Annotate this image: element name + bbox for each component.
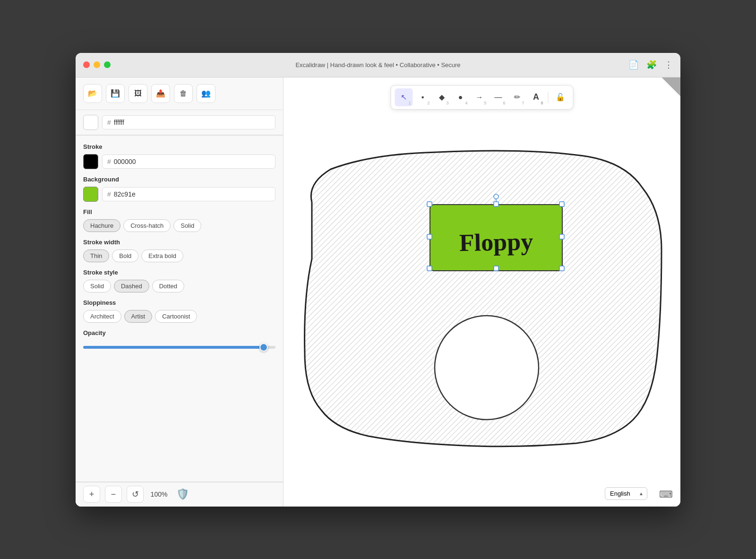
background-section: Background #	[83, 176, 275, 202]
opacity-slider-container	[83, 340, 275, 353]
rectangle-tool-btn[interactable]: ▪2	[414, 88, 432, 106]
window-title: Excalidraw | Hand-drawn look & feel • Co…	[295, 61, 460, 69]
handle-bl[interactable]	[427, 266, 432, 271]
floppy-hole	[435, 316, 539, 420]
fill-hachure-btn[interactable]: Hachure	[83, 219, 120, 232]
language-selector-wrapper: English Español Français ▲	[605, 487, 647, 500]
fill-solid-btn[interactable]: Solid	[173, 219, 201, 232]
background-swatch[interactable]	[83, 187, 98, 202]
menu-icon[interactable]: ⋮	[664, 60, 673, 70]
stroke-width-section: Stroke width Thin Bold Extra bold	[83, 239, 275, 262]
collab-button[interactable]: 👥	[197, 84, 215, 103]
stroke-width-options: Thin Bold Extra bold	[83, 249, 275, 262]
stroke-row: #	[83, 154, 275, 169]
lock-tool-btn[interactable]: 🔓	[551, 88, 569, 106]
properties-panel: Stroke # Background #	[76, 136, 283, 360]
bg-input-wrapper: #	[102, 187, 275, 201]
stroke-hex-input[interactable]	[114, 158, 270, 165]
traffic-lights	[83, 61, 111, 68]
canvas-svg: Floppy	[284, 77, 680, 507]
sloppiness-label: Sloppiness	[83, 299, 275, 306]
handle-tr[interactable]	[559, 202, 564, 206]
diamond-tool-btn[interactable]: ◆3	[433, 88, 451, 106]
stroke-swatch[interactable]	[83, 154, 98, 169]
app-window: Excalidraw | Hand-drawn look & feel • Co…	[76, 53, 680, 507]
handle-br[interactable]	[559, 266, 564, 271]
sloppiness-section: Sloppiness Architect Artist Cartoonist	[83, 299, 275, 323]
sloppiness-artist-btn[interactable]: Artist	[124, 310, 153, 323]
shield-icon: 🛡️	[176, 488, 189, 500]
fill-options: Hachure Cross-hatch Solid	[83, 219, 275, 232]
titlebar: Excalidraw | Hand-drawn look & feel • Co…	[76, 53, 680, 77]
white-color-swatch[interactable]	[83, 115, 98, 130]
stroke-dashed-btn[interactable]: Dashed	[114, 280, 149, 292]
ellipse-tool-btn[interactable]: ●4	[452, 88, 470, 106]
stroke-hash: #	[107, 158, 111, 165]
new-file-icon[interactable]: 📄	[628, 60, 639, 70]
hash-sign: #	[107, 119, 111, 126]
background-hex-input[interactable]	[114, 190, 270, 198]
fill-label: Fill	[83, 208, 275, 215]
stroke-extrabold-btn[interactable]: Extra bold	[141, 249, 183, 262]
color-input-wrapper: #	[102, 115, 275, 129]
floppy-disk-group: Floppy	[305, 151, 662, 447]
export-button[interactable]: 🖼	[129, 84, 147, 103]
stroke-input-wrapper: #	[102, 155, 275, 169]
sloppiness-architect-btn[interactable]: Architect	[83, 310, 121, 323]
opacity-section: Opacity	[83, 329, 275, 353]
extensions-icon[interactable]: 🧩	[646, 60, 657, 70]
stroke-style-label: Stroke style	[83, 269, 275, 276]
stroke-bold-btn[interactable]: Bold	[112, 249, 138, 262]
rotate-handle[interactable]	[494, 194, 498, 199]
handle-bm[interactable]	[494, 266, 498, 271]
arrow-tool-btn[interactable]: →5	[471, 88, 489, 106]
fill-crosshatch-btn[interactable]: Cross-hatch	[123, 219, 171, 232]
sloppiness-options: Architect Artist Cartoonist	[83, 310, 275, 323]
pencil-tool-btn[interactable]: ✏7	[508, 88, 526, 106]
color-hex-input[interactable]	[114, 119, 270, 126]
line-tool-btn[interactable]: —6	[490, 88, 507, 106]
handle-tm[interactable]	[494, 202, 498, 206]
canvas-toolbar: ↖1 ▪2 ◆3 ●4 →5 —6 ✏7	[391, 85, 574, 110]
zoom-percent: 100%	[148, 490, 170, 498]
close-button[interactable]	[83, 61, 90, 68]
toolbar-row: 📂 💾 🖼 📤 🗑 👥	[76, 77, 283, 110]
handle-mr[interactable]	[559, 234, 564, 239]
zoom-in-button[interactable]: +	[83, 486, 100, 503]
opacity-label: Opacity	[83, 329, 275, 336]
background-row: #	[83, 187, 275, 202]
opacity-slider[interactable]	[83, 346, 275, 349]
background-label: Background	[83, 176, 275, 183]
stroke-style-section: Stroke style Solid Dashed Dotted	[83, 269, 275, 292]
minimize-button[interactable]	[94, 61, 100, 68]
titlebar-actions: 📄 🧩 ⋮	[628, 60, 673, 70]
save-button[interactable]: 💾	[106, 84, 125, 103]
sidebar-bottom: + − ↺ 100% 🛡️	[76, 482, 283, 507]
stroke-label: Stroke	[83, 143, 275, 150]
bg-hash: #	[107, 190, 111, 198]
keyboard-icon[interactable]: ⌨	[659, 489, 673, 500]
select-tool-btn[interactable]: ↖1	[395, 88, 413, 106]
maximize-button[interactable]	[104, 61, 111, 68]
stroke-solid-btn[interactable]: Solid	[83, 280, 111, 292]
delete-button[interactable]: 🗑	[174, 84, 193, 103]
bottom-bar: + − ↺ 100% 🛡️	[76, 482, 283, 507]
zoom-out-button[interactable]: −	[105, 486, 122, 503]
sloppiness-cartoonist-btn[interactable]: Cartoonist	[155, 310, 197, 323]
fill-section: Fill Hachure Cross-hatch Solid	[83, 208, 275, 232]
stroke-style-options: Solid Dashed Dotted	[83, 280, 275, 292]
handle-tl[interactable]	[427, 202, 432, 206]
floppy-text: Floppy	[459, 228, 533, 256]
text-tool-btn[interactable]: A8	[527, 88, 545, 106]
zoom-reset-button[interactable]: ↺	[127, 486, 144, 503]
open-button[interactable]: 📂	[83, 84, 102, 103]
canvas-area[interactable]: ↖1 ▪2 ◆3 ●4 →5 —6 ✏7	[284, 77, 680, 507]
share-button[interactable]: 📤	[151, 84, 170, 103]
handle-ml[interactable]	[427, 234, 432, 239]
stroke-width-label: Stroke width	[83, 239, 275, 246]
stroke-dotted-btn[interactable]: Dotted	[152, 280, 184, 292]
stroke-thin-btn[interactable]: Thin	[83, 249, 109, 262]
tool-separator	[548, 92, 549, 103]
language-select[interactable]: English Español Français	[605, 487, 647, 500]
color-row: #	[76, 110, 283, 135]
